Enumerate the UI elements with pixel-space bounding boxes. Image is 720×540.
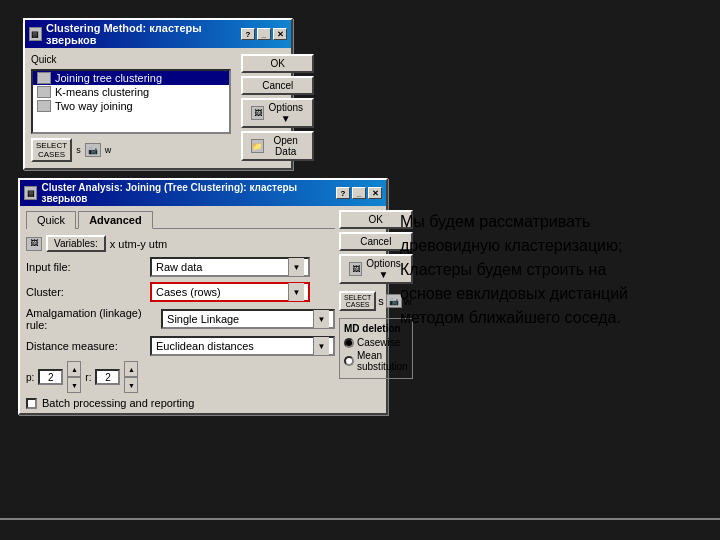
r-input[interactable] — [95, 369, 120, 385]
input-file-combo[interactable]: Raw data ▼ — [150, 257, 310, 277]
amalgamation-row: Amalgamation (linkage) rule: Single Link… — [26, 307, 335, 331]
top-opendata-label: Open Data — [267, 135, 305, 157]
bottom-dialog-icon: ▤ — [24, 186, 37, 200]
input-file-arrow[interactable]: ▼ — [288, 258, 304, 276]
amalgamation-value: Single Linkage — [167, 313, 313, 325]
options-icon: 🖼 — [251, 106, 264, 120]
select-cases-btn[interactable]: SELECT CASES — [31, 138, 72, 162]
desc-line4: основе евклидовых дистанций — [400, 282, 628, 306]
camera-icon: 📷 — [85, 143, 101, 157]
r-spin-up[interactable]: ▲ — [124, 361, 138, 377]
tab-advanced[interactable]: Advanced — [78, 211, 153, 229]
input-file-value: Raw data — [156, 261, 288, 273]
cluster-label: Cluster: — [26, 286, 146, 298]
desc-line3: Кластеры будем строить на — [400, 258, 628, 282]
bottom-dialog-title: Cluster Analysis: Joining (Tree Clusteri… — [41, 182, 332, 204]
amalgamation-combo[interactable]: Single Linkage ▼ — [161, 309, 335, 329]
top-cancel-button[interactable]: Cancel — [241, 76, 314, 95]
batch-row: Batch processing and reporting — [26, 397, 335, 409]
tab-quick[interactable]: Quick — [26, 211, 76, 229]
desc-line1: Мы будем рассматривать — [400, 210, 628, 234]
list-item-twoway[interactable]: Two way joining — [33, 99, 229, 113]
kmeans-icon — [37, 86, 51, 98]
p-spin-up[interactable]: ▲ — [67, 361, 81, 377]
p-label: p: — [26, 372, 34, 383]
folder-icon: 📁 — [251, 139, 264, 153]
variables-row: 🖼 Variables: x utm-y utm — [26, 235, 335, 252]
description-panel: Мы будем рассматривать древовидную класт… — [380, 0, 720, 540]
list-item-joining-label: Joining tree clustering — [55, 72, 162, 84]
distance-row: Distance measure: Euclidean distances ▼ — [26, 336, 335, 356]
quick-label: Quick — [31, 54, 57, 65]
top-ok-button[interactable]: OK — [241, 54, 314, 73]
twoway-icon — [37, 100, 51, 112]
p-spin-down[interactable]: ▼ — [67, 377, 81, 393]
amalgamation-label: Amalgamation (linkage) rule: — [26, 307, 157, 331]
bottom-separator — [0, 518, 720, 520]
batch-label: Batch processing and reporting — [42, 397, 194, 409]
bottom-dialog: ▤ Cluster Analysis: Joining (Tree Cluste… — [18, 178, 388, 415]
p-input[interactable] — [38, 369, 63, 385]
desc-line5: методом ближайшего соседа. — [400, 306, 628, 330]
top-dialog-title: Clustering Method: кластеры зверьков — [46, 22, 237, 46]
cluster-combo[interactable]: Cases (rows) ▼ — [150, 282, 310, 302]
batch-checkbox[interactable] — [26, 398, 37, 409]
s-label: s — [76, 145, 81, 155]
variables-button[interactable]: Variables: — [46, 235, 106, 252]
cluster-value: Cases (rows) — [156, 286, 288, 298]
bottom-dialog-titlebar: ▤ Cluster Analysis: Joining (Tree Cluste… — [20, 180, 386, 206]
bottom-dialog-min-btn[interactable]: _ — [352, 187, 366, 199]
variables-value: x utm-y utm — [110, 238, 167, 250]
top-dialog-titlebar: ▤ Clustering Method: кластеры зверьков ?… — [25, 20, 291, 48]
bottom-select-cases-btn[interactable]: SELECT CASES — [339, 291, 376, 311]
bottom-options-icon: 🖼 — [349, 262, 362, 276]
var-folder-icon: 🖼 — [26, 237, 42, 251]
r-label: r: — [85, 372, 91, 383]
select-cases-label: SELECT — [36, 141, 67, 150]
description-text: Мы будем рассматривать древовидную класт… — [400, 210, 628, 330]
casewise-radio[interactable] — [344, 338, 354, 348]
top-dialog-icon: ▤ — [29, 27, 42, 41]
joining-icon — [37, 72, 51, 84]
top-dialog-close-btn[interactable]: ✕ — [273, 28, 287, 40]
method-listbox[interactable]: Joining tree clustering K-means clusteri… — [31, 69, 231, 134]
bottom-dialog-help-btn[interactable]: ? — [336, 187, 350, 199]
top-opendata-button[interactable]: 📁 Open Data — [241, 131, 314, 161]
input-file-row: Input file: Raw data ▼ — [26, 257, 335, 277]
amalgamation-arrow[interactable]: ▼ — [313, 310, 329, 328]
cluster-row: Cluster: Cases (rows) ▼ — [26, 282, 335, 302]
r-spin-down[interactable]: ▼ — [124, 377, 138, 393]
list-item-twoway-label: Two way joining — [55, 100, 133, 112]
list-item-kmeans-label: K-means clustering — [55, 86, 149, 98]
list-item-joining[interactable]: Joining tree clustering — [33, 71, 229, 85]
top-dialog-help-btn[interactable]: ? — [241, 28, 255, 40]
mean-sub-radio[interactable] — [344, 356, 354, 366]
distance-value: Euclidean distances — [156, 340, 313, 352]
distance-arrow[interactable]: ▼ — [313, 337, 329, 355]
input-file-label: Input file: — [26, 261, 146, 273]
list-item-kmeans[interactable]: K-means clustering — [33, 85, 229, 99]
top-options-label: Options ▼ — [267, 102, 304, 124]
select-cases-label2: CASES — [38, 150, 65, 159]
top-dialog: ▤ Clustering Method: кластеры зверьков ?… — [23, 18, 293, 170]
w-label: w — [105, 145, 112, 155]
distance-label: Distance measure: — [26, 340, 146, 352]
tabs-row: Quick Advanced — [26, 210, 335, 229]
top-dialog-min-btn[interactable]: _ — [257, 28, 271, 40]
desc-line2: древовидную кластеризацию; — [400, 234, 628, 258]
cluster-arrow[interactable]: ▼ — [288, 283, 304, 301]
distance-combo[interactable]: Euclidean distances ▼ — [150, 336, 335, 356]
paging-row: p: ▲ ▼ r: ▲ ▼ — [26, 361, 335, 393]
top-options-button[interactable]: 🖼 Options ▼ — [241, 98, 314, 128]
